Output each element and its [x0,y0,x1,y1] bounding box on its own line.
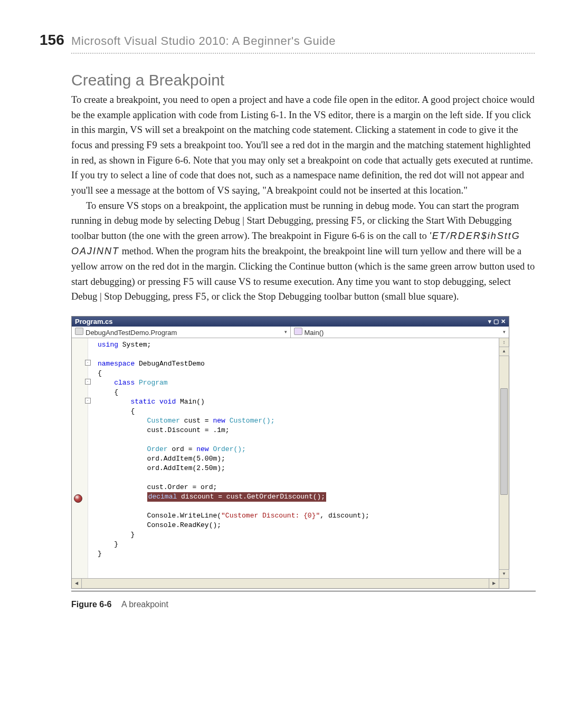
scroll-left-icon[interactable]: ◀ [72,579,82,588]
nav-dropdowns: DebugAndTestDemo.Program ▾ Main() ▾ [72,327,509,338]
chevron-down-icon: ▾ [503,329,506,334]
breakpoint-line: decimal discount = cust.GetOrderDiscount… [147,492,326,502]
window-buttons: ▾ ▢ ✕ [488,319,506,324]
fold-toggle-icon[interactable]: - [85,379,91,385]
header-rule [71,53,536,54]
vertical-scrollbar[interactable]: ↕ ▲ ▼ [499,338,509,578]
scroll-thumb[interactable] [500,388,508,495]
class-icon [75,328,83,335]
key-f5-2: F5 [183,276,195,287]
scroll-track[interactable] [82,579,489,588]
paragraph-2: To ensure VS stops on a breakpoint, the … [40,198,536,304]
code-area[interactable]: using System; namespace DebugAndTestDemo… [88,338,499,578]
class-dropdown[interactable]: DebugAndTestDemo.Program ▾ [72,327,291,338]
code-editor-body: - - - using System; namespace DebugAndTe… [72,338,509,578]
fold-toggle-icon[interactable]: - [85,360,91,366]
editor-gutter[interactable]: - - - [72,338,88,578]
fold-toggle-icon[interactable]: - [85,398,91,404]
scroll-up-icon[interactable]: ▲ [499,347,509,356]
key-f5-1: F5 [351,215,363,226]
running-header: 156 Microsoft Visual Studio 2010: A Begi… [40,32,536,49]
figure-6-6: Program.cs ▾ ▢ ✕ DebugAndTestDemo.Progra… [40,316,536,610]
page-number: 156 [40,32,61,49]
vs-editor-window[interactable]: Program.cs ▾ ▢ ✕ DebugAndTestDemo.Progra… [71,316,509,589]
scroll-right-icon[interactable]: ▶ [489,579,499,588]
key-f5-3: F5 [195,291,207,302]
figure-rule [71,591,536,592]
breakpoint-dot-icon[interactable] [74,494,82,503]
method-dropdown[interactable]: Main() ▾ [291,327,509,338]
class-dropdown-label: DebugAndTestDemo.Program [86,329,177,337]
book-title: Microsoft Visual Studio 2010: A Beginner… [71,34,536,48]
horizontal-scrollbar[interactable]: ◀ ▶ [72,578,509,588]
scroll-corner [499,579,509,588]
figure-text: A breakpoint [121,600,168,609]
chevron-down-icon: ▾ [284,329,287,334]
method-dropdown-label: Main() [305,329,324,337]
paragraph-1: To create a breakpoint, you need to open… [40,92,536,198]
figure-label: Figure 6-6 [71,600,111,609]
method-icon [294,328,302,335]
section-heading: Creating a Breakpoint [40,71,536,89]
scroll-down-icon[interactable]: ▼ [499,569,509,579]
maximize-icon[interactable]: ▢ [493,319,499,324]
vs-titlebar[interactable]: Program.cs ▾ ▢ ✕ [72,317,509,327]
para2-e: , or click the Stop Debugging toolbar bu… [206,291,459,302]
key-f9: F9 [146,140,158,150]
close-icon[interactable]: ✕ [501,319,506,324]
dropdown-arrow-icon[interactable]: ▾ [488,319,491,324]
tab-title: Program.cs [75,318,113,325]
split-box-icon[interactable]: ↕ [499,338,509,347]
figure-caption: Figure 6-6 A breakpoint [71,600,536,609]
